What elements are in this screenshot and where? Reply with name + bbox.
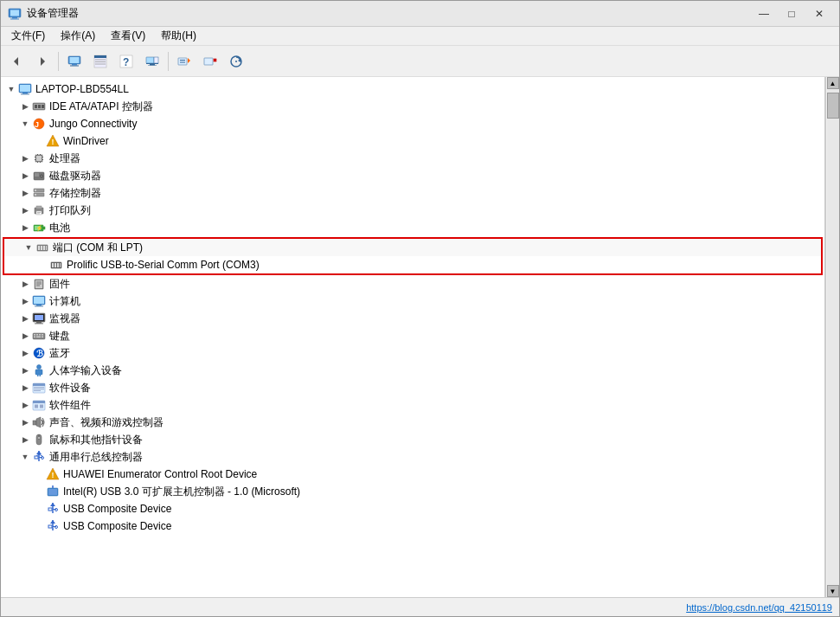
svg-rect-76 — [43, 246, 45, 250]
svg-rect-35 — [21, 94, 29, 95]
device-tree[interactable]: LAPTOP-LBD554LL IDE ATA/ATAPI 控制器 — [1, 77, 825, 597]
svg-rect-33 — [20, 85, 30, 92]
tree-item-mouse[interactable]: 鼠标和其他指针设备 — [1, 431, 824, 448]
scroll-up[interactable]: ▲ — [827, 77, 839, 89]
svg-rect-98 — [34, 334, 35, 336]
svg-rect-139 — [48, 508, 52, 511]
softcomp-icon — [32, 398, 46, 412]
tree-item-port[interactable]: 端口 (COM 和 LPT) — [4, 239, 821, 256]
tree-item-print[interactable]: 打印队列 — [1, 202, 824, 219]
tree-item-computer[interactable]: 计算机 — [1, 292, 824, 310]
monitor-button[interactable] — [140, 49, 164, 74]
tree-item-monitor[interactable]: 监视器 — [1, 310, 824, 327]
menu-view[interactable]: 查看(V) — [104, 27, 152, 45]
tree-item-usb[interactable]: 通用串行总线控制器 — [1, 448, 824, 466]
tree-item-battery[interactable]: ⚡ 电池 — [1, 219, 824, 236]
tree-item-prolific[interactable]: Prolific USB-to-Serial Comm Port (COM3) — [4, 256, 821, 273]
svg-rect-38 — [35, 105, 37, 108]
expand-icon-root[interactable] — [4, 82, 18, 96]
close-button[interactable]: ✕ — [806, 5, 832, 22]
svg-rect-103 — [36, 337, 41, 338]
update-button[interactable] — [172, 49, 196, 74]
expand-icon-print[interactable] — [18, 203, 32, 217]
back-button[interactable] — [4, 49, 29, 74]
storage-label: 存储控制器 — [49, 186, 101, 201]
help-button[interactable]: ? — [114, 49, 138, 74]
tree-item-bluetooth[interactable]: ℬ 蓝牙 — [1, 344, 824, 362]
svg-rect-120 — [33, 421, 36, 425]
menu-file[interactable]: 文件(F) — [4, 27, 52, 45]
status-bar: https://blog.csdn.net/qq_42150119 — [1, 597, 839, 616]
svg-marker-121 — [36, 417, 41, 427]
menu-action[interactable]: 操作(A) — [54, 27, 102, 45]
expand-icon-software[interactable] — [18, 381, 32, 395]
refresh-button[interactable] — [224, 49, 248, 74]
keyboard-icon — [32, 329, 46, 343]
minimize-button[interactable]: — — [751, 5, 777, 22]
computer-view-button[interactable] — [62, 49, 87, 74]
expand-icon-storage[interactable] — [18, 186, 32, 200]
expand-icon-jungo[interactable] — [18, 117, 32, 131]
tree-item-huawei[interactable]: ! HUAWEI Enumerator Control Root Device — [1, 466, 824, 483]
tree-item-usb-comp1[interactable]: USB Composite Device — [1, 500, 824, 517]
scrollbar[interactable]: ▲ ▼ — [825, 77, 839, 597]
svg-rect-24 — [180, 60, 185, 61]
status-link[interactable]: https://blog.csdn.net/qq_42150119 — [686, 602, 832, 613]
expand-icon-bluetooth[interactable] — [18, 346, 32, 360]
software-label: 软件设备 — [49, 381, 91, 395]
tree-item-keyboard[interactable]: 键盘 — [1, 327, 824, 344]
svg-text:ℬ: ℬ — [36, 349, 43, 358]
svg-rect-46 — [36, 156, 42, 161]
tree-item-softcomp[interactable]: 软件组件 — [1, 396, 824, 414]
expand-icon-port[interactable] — [22, 241, 35, 254]
forward-button[interactable] — [30, 49, 55, 74]
maximize-button[interactable]: □ — [779, 5, 805, 22]
scroll-down[interactable]: ▼ — [827, 585, 839, 597]
tree-item-ide[interactable]: IDE ATA/ATAPI 控制器 — [1, 98, 824, 115]
scroll-thumb[interactable] — [827, 93, 839, 119]
expand-icon-battery[interactable] — [18, 221, 32, 235]
tree-item-sound[interactable]: 声音、视频和游戏控制器 — [1, 414, 824, 431]
tree-item-disk[interactable]: 磁盘驱动器 — [1, 167, 824, 184]
svg-rect-96 — [35, 324, 43, 325]
expand-icon-monitor[interactable] — [18, 312, 32, 325]
menu-bar: 文件(F) 操作(A) 查看(V) 帮助(H) — [1, 27, 839, 46]
windriver-label: WinDriver — [63, 135, 109, 147]
tree-item-jungo[interactable]: J Jungo Connectivity — [1, 115, 824, 132]
delete-button[interactable] — [198, 49, 222, 74]
tree-item-firmware[interactable]: 固件 — [1, 275, 824, 292]
expand-icon-mouse[interactable] — [18, 433, 32, 447]
tree-item-root[interactable]: LAPTOP-LBD554LL — [1, 80, 824, 98]
tree-item-software[interactable]: 软件设备 — [1, 379, 824, 396]
expand-icon-processor[interactable] — [18, 151, 32, 165]
expand-icon-hid[interactable] — [18, 363, 32, 377]
svg-rect-67 — [37, 212, 41, 213]
expand-icon-ide[interactable] — [18, 100, 32, 113]
expand-icon-usb[interactable] — [18, 450, 32, 464]
tree-item-intel-usb[interactable]: Intel(R) USB 3.0 可扩展主机控制器 - 1.0 (Microso… — [1, 483, 824, 500]
svg-rect-59 — [35, 176, 39, 177]
monitor-label: 监视器 — [49, 312, 80, 326]
menu-help[interactable]: 帮助(H) — [154, 27, 203, 45]
tree-item-processor[interactable]: 处理器 — [1, 150, 824, 167]
tree-item-hid[interactable]: 人体学输入设备 — [1, 362, 824, 379]
monitor-icon — [32, 312, 46, 325]
svg-rect-18 — [154, 57, 158, 63]
tree-item-storage[interactable]: 存储控制器 — [1, 184, 824, 202]
expand-icon-sound[interactable] — [18, 415, 32, 429]
svg-rect-85 — [36, 282, 42, 283]
expand-icon-keyboard[interactable] — [18, 329, 32, 343]
svg-point-57 — [41, 176, 42, 177]
expand-icon-disk[interactable] — [18, 169, 32, 183]
tree-item-windriver[interactable]: ! WinDriver — [1, 132, 824, 150]
svg-rect-8 — [72, 64, 77, 66]
expand-icon-computer[interactable] — [18, 294, 32, 308]
expand-icon-softcomp[interactable] — [18, 398, 32, 412]
list-view-button[interactable] — [88, 49, 112, 74]
tree-item-usb-comp2[interactable]: USB Composite Device — [1, 517, 824, 535]
expand-icon-firmware[interactable] — [18, 277, 32, 291]
svg-text:J: J — [35, 120, 39, 129]
svg-rect-79 — [52, 263, 54, 267]
printer-icon — [32, 203, 46, 217]
svg-rect-13 — [95, 61, 106, 62]
